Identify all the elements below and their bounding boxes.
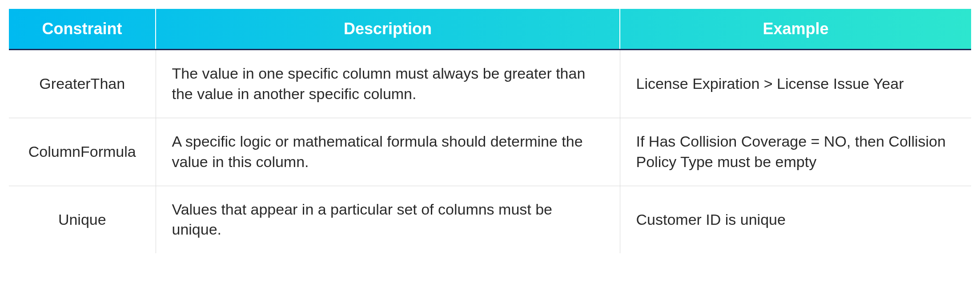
table-row: GreaterThan The value in one specific co…: [9, 50, 971, 118]
cell-description: Values that appear in a particular set o…: [156, 186, 620, 253]
table-header-row: Constraint Description Example: [9, 9, 971, 50]
cell-example: Customer ID is unique: [620, 186, 971, 253]
header-description: Description: [156, 9, 620, 50]
cell-description: A specific logic or mathematical formula…: [156, 118, 620, 186]
table-row: Unique Values that appear in a particula…: [9, 186, 971, 253]
table-row: ColumnFormula A specific logic or mathem…: [9, 118, 971, 186]
cell-example: If Has Collision Coverage = NO, then Col…: [620, 118, 971, 186]
constraints-table: Constraint Description Example GreaterTh…: [9, 9, 971, 253]
cell-description: The value in one specific column must al…: [156, 50, 620, 118]
header-constraint: Constraint: [9, 9, 156, 50]
cell-constraint: Unique: [9, 186, 156, 253]
constraints-table-container: Constraint Description Example GreaterTh…: [9, 9, 971, 253]
cell-constraint: GreaterThan: [9, 50, 156, 118]
header-example: Example: [620, 9, 971, 50]
cell-constraint: ColumnFormula: [9, 118, 156, 186]
cell-example: License Expiration > License Issue Year: [620, 50, 971, 118]
